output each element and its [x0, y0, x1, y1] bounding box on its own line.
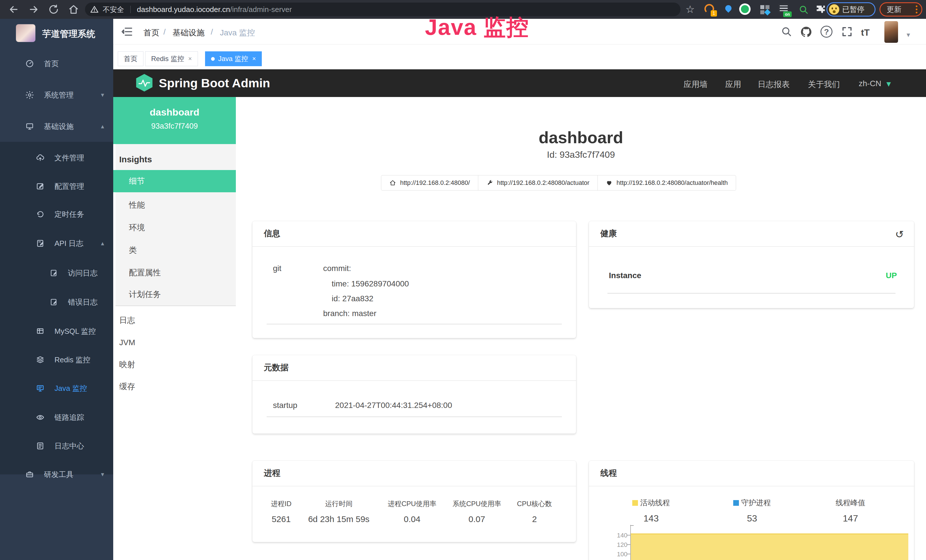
yellow-legend-icon — [632, 500, 638, 506]
threads-card: 线程 活动线程 守护进程 线程峰值 143 53 147 140 120 100 — [589, 461, 914, 560]
extensions-puzzle-icon[interactable] — [814, 3, 827, 16]
sba-item-config-props[interactable]: 配置属性 — [113, 262, 236, 284]
sidebar-item-infra[interactable]: 基础设施 ▴ — [0, 118, 113, 135]
git-commit-line: commit: — [323, 264, 351, 273]
extension-list-icon[interactable]: on — [778, 3, 791, 16]
sba-item-mappings[interactable]: 映射 — [113, 353, 236, 376]
sidebar-item-mysql[interactable]: MySQL 监控 — [0, 323, 113, 339]
sidebar-item-jobs[interactable]: 定时任务 — [0, 206, 113, 222]
sidebar-item-devtools[interactable]: 研发工具 ▾ — [0, 466, 113, 483]
home-icon[interactable] — [68, 4, 79, 15]
instance-header[interactable]: dashboard 93a3fc7f7409 — [113, 97, 236, 144]
sba-section-insights: Insights — [113, 148, 236, 171]
close-icon[interactable]: × — [252, 55, 256, 62]
search-icon[interactable] — [781, 26, 792, 37]
sba-nav-journal[interactable]: 日志报表 — [758, 79, 790, 90]
sba-nav-wall[interactable]: 应用墙 — [684, 79, 708, 90]
update-button[interactable]: 更新 — [879, 2, 922, 17]
document-edit-icon — [49, 269, 58, 277]
sidebar-item-error-log[interactable]: 错误日志 — [0, 294, 113, 310]
eye-icon — [36, 413, 45, 422]
sidebar-item-system[interactable]: 系统管理 ▾ — [0, 87, 113, 103]
history-icon[interactable]: ↺ — [895, 229, 904, 241]
extension-refresh-icon[interactable]: 1 — [704, 3, 716, 16]
recording-paused-pill[interactable]: 已暂停 — [826, 2, 876, 17]
sba-nav-locale[interactable]: zh-CN — [859, 79, 881, 88]
sba-item-jvm[interactable]: JVM — [113, 331, 236, 354]
row-divider — [267, 416, 562, 417]
health-url-button[interactable]: http://192.168.0.2:48080/actuator/health — [598, 175, 736, 191]
sba-item-loggers[interactable]: 日志 — [113, 309, 236, 331]
avatar-caret-icon[interactable]: ▾ — [906, 31, 910, 39]
document-lines-icon — [36, 442, 45, 450]
live-threads-area-series — [631, 533, 908, 560]
url-text[interactable]: dashboard.yudao.iocoder.cn/infra/admin-s… — [137, 5, 292, 14]
tab-redis-monitor[interactable]: Redis 监控 × — [145, 51, 198, 66]
github-icon[interactable] — [800, 26, 813, 38]
extension-grid-icon[interactable] — [759, 3, 771, 16]
help-icon[interactable]: ? — [820, 26, 832, 38]
sidebar-fold-icon[interactable] — [121, 26, 133, 38]
sba-item-metrics[interactable]: 性能 — [113, 194, 236, 216]
breadcrumb-infra[interactable]: 基础设施 — [172, 27, 204, 38]
reload-icon[interactable] — [48, 4, 59, 15]
y-tick-100: 100 — [610, 551, 627, 558]
sidebar-item-access-log[interactable]: 访问日志 — [0, 265, 113, 281]
close-icon[interactable]: × — [188, 55, 192, 62]
sba-item-scheduled-tasks[interactable]: 计划任务 — [113, 283, 236, 306]
actuator-url-button[interactable]: http://192.168.0.2:48080/actuator — [478, 175, 598, 191]
service-url-button[interactable]: http://192.168.0.2:48080/ — [381, 175, 478, 191]
sidebar-item-redis[interactable]: Redis 监控 — [0, 351, 113, 368]
address-bar[interactable]: 不安全 dashboard.yudao.iocoder.cn/infra/adm… — [85, 3, 681, 16]
sidebar-item-api-log[interactable]: API 日志 ▴ — [0, 235, 113, 251]
git-time-line: time: 1596289704000 — [332, 279, 409, 288]
sidebar-item-files[interactable]: 文件管理 — [0, 150, 113, 166]
sba-brand[interactable]: Spring Boot Admin — [159, 76, 270, 90]
sidebar-item-home[interactable]: 首页 — [0, 55, 113, 72]
cloud-upload-icon — [36, 153, 45, 162]
health-status-badge: UP — [886, 271, 897, 280]
process-col-cores: CPU核心数 — [517, 499, 552, 509]
locale-chevron-icon[interactable]: ▾ — [887, 79, 891, 88]
user-avatar[interactable] — [884, 21, 898, 43]
sba-item-classes[interactable]: 类 — [113, 239, 236, 261]
extension-search-icon[interactable] — [797, 3, 810, 16]
text-size-icon[interactable]: tT — [861, 27, 870, 38]
menu-dots-icon[interactable] — [916, 5, 917, 14]
security-label[interactable]: 不安全 — [103, 5, 124, 14]
bookmark-star-icon[interactable]: ☆ — [684, 3, 696, 16]
breadcrumb-home[interactable]: 首页 — [144, 27, 159, 38]
sidebar-item-tracing[interactable]: 链路追踪 — [0, 409, 113, 425]
sidebar-item-config[interactable]: 配置管理 — [0, 178, 113, 195]
tab-home[interactable]: 首页 — [118, 51, 144, 66]
sba-item-environment[interactable]: 环境 — [113, 216, 236, 239]
sidebar-item-java-monitor[interactable]: Java 监控 — [0, 380, 113, 397]
forward-icon[interactable] — [28, 4, 39, 15]
sba-nav-applications[interactable]: 应用 — [725, 79, 741, 90]
sba-item-caches[interactable]: 缓存 — [113, 375, 236, 398]
sidebar-item-log-center[interactable]: 日志中心 — [0, 437, 113, 454]
extension-pin-icon[interactable] — [722, 3, 735, 16]
instance-links: http://192.168.0.2:48080/ http://192.168… — [381, 175, 736, 191]
dashboard-gauge-icon — [25, 59, 34, 68]
process-col-pid: 进程ID — [271, 499, 292, 509]
database-table-icon — [36, 327, 45, 336]
wrench-icon — [486, 179, 493, 186]
back-icon[interactable] — [8, 4, 20, 15]
tab-java-monitor[interactable]: Java 监控 × — [205, 51, 262, 66]
blue-legend-icon — [733, 500, 739, 506]
extension-y-icon[interactable] — [739, 3, 752, 16]
y-tick-mark — [627, 544, 630, 545]
warning-icon — [90, 5, 99, 14]
sba-item-details[interactable]: 细节 — [113, 170, 236, 192]
update-label: 更新 — [887, 5, 902, 15]
info-key: git — [273, 264, 281, 273]
chevron-down-icon: ▾ — [101, 471, 104, 478]
sba-nav-about[interactable]: 关于我们 — [808, 79, 840, 90]
fullscreen-icon[interactable] — [841, 26, 853, 38]
emoji-face-icon — [829, 4, 839, 15]
grid-sq — [766, 5, 769, 9]
breadcrumb-current: Java 监控 — [220, 27, 255, 38]
on-badge: on — [783, 11, 792, 17]
threads-card-title: 线程 — [589, 461, 914, 486]
